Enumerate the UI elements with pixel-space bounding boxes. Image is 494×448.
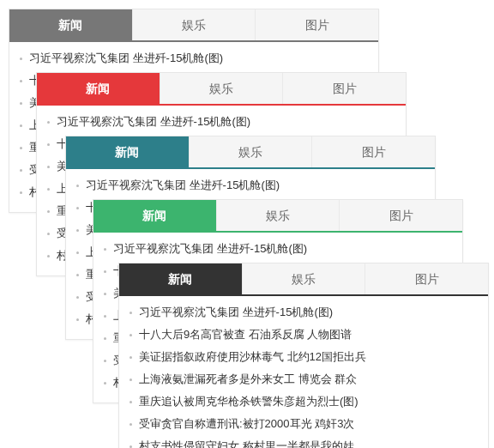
list-item-label: 习近平视察沈飞集团 坐进歼-15机舱(图) xyxy=(57,114,250,130)
bullet-icon xyxy=(130,312,132,314)
tab-2[interactable]: 图片 xyxy=(365,263,488,294)
tab-2[interactable]: 图片 xyxy=(312,136,435,167)
bullet-icon xyxy=(47,210,50,213)
tab-2[interactable]: 图片 xyxy=(283,73,406,104)
tab-0[interactable]: 新闻 xyxy=(9,9,133,40)
bullet-icon xyxy=(130,445,132,448)
tab-2[interactable]: 图片 xyxy=(340,200,462,231)
tab-0[interactable]: 新闻 xyxy=(93,200,217,231)
list-item[interactable]: 习近平视察沈飞集团 坐进歼-15机舱(图) xyxy=(20,47,368,70)
bullet-icon xyxy=(104,248,106,251)
tab-0[interactable]: 新闻 xyxy=(119,263,243,294)
list-item[interactable]: 上海液氨泄漏死者多是外来女工 博览会 群众 xyxy=(130,368,478,390)
list-item-label: 习近平视察沈飞集团 坐进歼-15机舱(图) xyxy=(29,51,223,66)
bullet-icon xyxy=(20,191,22,194)
bullet-icon xyxy=(104,315,106,318)
bullet-icon xyxy=(76,296,79,299)
bullet-icon xyxy=(47,121,50,124)
list-item[interactable]: 重庆追认被周克华枪杀铁警朱彦超为烈士(图) xyxy=(130,390,478,413)
list-item[interactable]: 美证据指叙政府使用沙林毒气 北约12国拒出兵 xyxy=(130,346,478,368)
list-item-label: 习近平视察沈飞集团 坐进歼-15机舱(图) xyxy=(86,178,280,193)
bullet-icon xyxy=(20,80,22,82)
tab-0[interactable]: 新闻 xyxy=(66,136,190,167)
list-item[interactable]: 村支书性侵留守妇女 称村里一半都是我的娃 xyxy=(130,435,478,448)
bullet-icon xyxy=(76,274,79,276)
list-item-label: 习近平视察沈飞集团 坐进歼-15机舱(图) xyxy=(113,241,307,257)
list-item[interactable]: 习近平视察沈飞集团 坐进歼-15机舱(图) xyxy=(47,111,395,133)
bullet-icon xyxy=(130,356,132,359)
list-item[interactable]: 习近平视察沈飞集团 坐进歼-15机舱(图) xyxy=(130,301,478,324)
bullet-icon xyxy=(104,293,106,295)
bullet-icon xyxy=(76,207,79,209)
bullet-icon xyxy=(47,255,50,257)
tab-1[interactable]: 娱乐 xyxy=(217,200,340,231)
bullet-icon xyxy=(76,318,79,321)
bullet-icon xyxy=(20,169,22,172)
bullet-icon xyxy=(20,102,22,105)
list-item-label: 村支书性侵留守妇女 称村里一半都是我的娃 xyxy=(139,439,354,448)
tab-0[interactable]: 新闻 xyxy=(37,73,160,104)
bullet-icon xyxy=(20,147,22,149)
tab-1[interactable]: 娱乐 xyxy=(190,136,313,167)
tab-1[interactable]: 娱乐 xyxy=(133,9,256,40)
bullet-icon xyxy=(47,233,50,235)
tab-bar: 新闻娱乐图片 xyxy=(66,136,435,169)
bullet-icon xyxy=(104,360,106,362)
tab-bar: 新闻娱乐图片 xyxy=(37,73,406,106)
tab-2[interactable]: 图片 xyxy=(256,9,378,40)
tab-1[interactable]: 娱乐 xyxy=(160,73,284,104)
bullet-icon xyxy=(130,423,132,426)
bullet-icon xyxy=(76,229,79,232)
bullet-icon xyxy=(76,251,79,254)
bullet-icon xyxy=(130,378,132,381)
list-item-label: 重庆追认被周克华枪杀铁警朱彦超为烈士(图) xyxy=(139,394,358,409)
bullet-icon xyxy=(20,58,22,60)
tab-card: 新闻娱乐图片习近平视察沈飞集团 坐进歼-15机舱(图)十八大后9名高官被查 石油… xyxy=(118,263,489,448)
bullet-icon xyxy=(47,188,50,191)
list-item-label: 上海液氨泄漏死者多是外来女工 博览会 群众 xyxy=(139,372,357,387)
tab-1[interactable]: 娱乐 xyxy=(243,263,366,294)
bullet-icon xyxy=(76,185,79,187)
bullet-icon xyxy=(130,401,132,403)
list-item[interactable]: 受审贪官自称遭刑讯:被打2000耳光 鸡奸3次 xyxy=(130,413,478,435)
list-item-label: 习近平视察沈飞集团 坐进歼-15机舱(图) xyxy=(139,305,333,320)
news-list: 习近平视察沈飞集团 坐进歼-15机舱(图)十八大后9名高官被查 石油系反腐 人物… xyxy=(119,296,488,448)
bullet-icon xyxy=(130,334,132,336)
tab-bar: 新闻娱乐图片 xyxy=(93,200,462,233)
bullet-icon xyxy=(104,382,106,384)
list-item[interactable]: 十八大后9名高官被查 石油系反腐 人物图谱 xyxy=(130,324,478,346)
list-item-label: 受审贪官自称遭刑讯:被打2000耳光 鸡奸3次 xyxy=(139,416,354,432)
bullet-icon xyxy=(104,337,106,340)
bullet-icon xyxy=(47,143,50,146)
tab-bar: 新闻娱乐图片 xyxy=(9,9,378,42)
bullet-icon xyxy=(104,270,106,273)
bullet-icon xyxy=(47,166,50,168)
list-item-label: 十八大后9名高官被查 石油系反腐 人物图谱 xyxy=(139,327,352,342)
list-item[interactable]: 习近平视察沈飞集团 坐进歼-15机舱(图) xyxy=(76,174,425,197)
list-item[interactable]: 习近平视察沈飞集团 坐进歼-15机舱(图) xyxy=(104,238,452,260)
tab-bar: 新闻娱乐图片 xyxy=(119,263,488,296)
list-item-label: 美证据指叙政府使用沙林毒气 北约12国拒出兵 xyxy=(139,349,366,365)
bullet-icon xyxy=(20,124,22,127)
